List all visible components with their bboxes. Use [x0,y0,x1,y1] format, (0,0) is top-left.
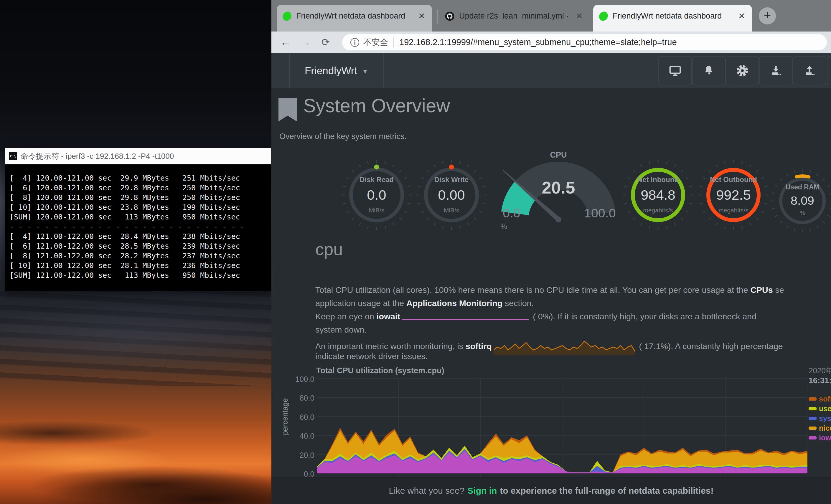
site-info-icon[interactable]: i [350,38,359,47]
alarms-button[interactable] [692,56,725,85]
tab-title: FriendlyWrt netdata dashboard [613,11,732,21]
gauge-label: Used RAM [767,183,831,191]
legend-swatch [809,426,816,430]
cpu-description-line: indicate network driver issues. [315,351,428,361]
gauge-unit: megabits/s [623,207,693,214]
text: Keep an eye on [315,312,377,321]
url-text[interactable]: 192.168.2.1:19999/#menu_system_submenu_c… [399,37,677,47]
legend-item[interactable]: softirq [809,394,831,404]
applications-monitoring-link[interactable]: Applications Monitoring [406,298,503,308]
cpu-description-line: Keep an eye on iowait ( 0%). If it is co… [315,312,756,322]
gauge-unit: % [500,222,507,231]
host-dropdown[interactable]: FriendlyWrt ▼ [289,53,384,88]
cpu-description-line: system down. [315,325,367,335]
terminal-line: [SUM] 120.00-121.00 sec 113 MBytes 950 M… [9,212,271,222]
gauge-label: CPU [498,150,619,160]
gauge-used-ram[interactable]: Used RAM 8.09 % [767,166,831,236]
gauge-value: 992.5 [698,187,769,203]
gauge-value: 20.5 [498,178,619,197]
legend-swatch [809,407,816,410]
tab-netdata-1[interactable]: FriendlyWrt netdata dashboard ✕ [277,5,432,31]
gauge-label: Net Inbound [623,176,693,184]
terminal-separator: - - - - - - - - - - - - - - - - - - - - … [9,222,271,232]
gauge-value: 0.00 [416,187,487,203]
legend-item[interactable]: iowait [809,433,831,443]
cpu-description-line: application usage at the Applications Mo… [315,298,534,308]
text: An important metric worth monitoring, is [315,342,466,351]
nodes-view-button[interactable] [658,56,692,85]
status-dot [374,165,379,170]
browser-window: FriendlyWrt netdata dashboard ✕ Update r… [271,0,831,504]
new-tab-button[interactable]: + [759,7,776,25]
gauge-label: Disk Read [341,176,412,184]
text: se [773,285,784,295]
signin-text: Like what you see? [389,486,465,496]
terminal-titlebar[interactable]: C:\ 命令提示符 - iperf3 -c 192.168.1.2 -P4 -t… [5,148,271,165]
legend-label: iowait [819,434,831,442]
text: ( 17.1%). A constantly high percentage [637,342,783,351]
forward-button[interactable]: → [298,34,313,50]
text: application usage at the [315,298,406,308]
settings-button[interactable] [725,56,759,85]
gauge-net-inbound[interactable]: Net Inbound 984.8 megabits/s [623,160,693,230]
terminal-line: [ 8] 121.00-122.00 sec 28.2 MBytes 237 M… [9,251,271,261]
gauge-value: 8.09 [767,194,831,208]
y-tick: 40.0 [289,432,314,441]
terminal-line: [ 6] 120.00-121.00 sec 29.8 MBytes 250 M… [9,183,271,192]
page-title: System Overview [303,95,450,117]
gauge-disk-read[interactable]: Disk Read 0.0 MiB/s [341,160,412,230]
gauge-unit: MiB/s [341,207,412,214]
legend-label: nice [819,424,831,433]
terminal-line: [SUM] 121.00-122.00 sec 113 MBytes 950 M… [9,270,271,280]
y-tick: 80.0 [289,393,314,403]
url-bar[interactable]: i 不安全 192.168.2.1:19999/#menu_system_sub… [342,34,827,50]
chart-timestamp-time: 16:31:2 [809,376,831,385]
tab-title: Update r2s_lean_minimal.yml · k [459,11,570,21]
legend-swatch [809,436,816,440]
reload-button[interactable]: ⟳ [318,34,333,50]
gauge-label: Disk Write [416,176,487,184]
tab-close-icon[interactable]: ✕ [574,11,584,21]
gauge-unit: MiB/s [416,207,487,214]
gauge-net-outbound[interactable]: Net Outbound 992.5 megabits/s [698,160,769,230]
clipped-nav-cell[interactable] [827,56,831,85]
gauge-cpu[interactable]: CPU 20.5 0.0 % 100.0 [498,149,619,234]
gauge-value: 0.0 [341,187,412,203]
signin-link[interactable]: Sign in [467,486,497,496]
legend-label: user [819,405,831,413]
github-favicon [445,11,454,21]
export-snapshot-button[interactable] [793,56,826,85]
legend-item[interactable]: system [809,414,831,423]
y-tick: 100.0 [289,375,314,384]
tab-close-icon[interactable]: ✕ [737,11,747,21]
status-dot [449,165,454,170]
terminal-line: [ 4] 121.00-122.00 sec 28.4 MBytes 238 M… [9,232,271,241]
terminal-output: [ 4] 120.00-121.00 sec 29.9 MBytes 251 M… [5,165,271,291]
cpu-utilization-chart[interactable] [317,374,807,477]
legend-item[interactable]: user [809,404,831,414]
cpus-link[interactable]: CPUs [750,285,773,295]
text: Total CPU utilization (all cores). 100% … [315,285,750,295]
legend-item[interactable]: nice [809,423,831,433]
import-snapshot-button[interactable] [759,56,793,85]
back-button[interactable]: ← [278,34,293,50]
legend-label: system [819,414,831,423]
netdata-favicon [598,11,609,22]
gauge-disk-write[interactable]: Disk Write 0.00 MiB/s [416,160,487,230]
tab-close-icon[interactable]: ✕ [417,11,427,21]
terminal-line: [ 10] 120.00-121.00 sec 23.8 MBytes 199 … [9,202,271,212]
legend-label: softirq [819,395,831,403]
iowait-sparkline [402,312,529,322]
y-tick: 60.0 [289,413,314,422]
legend-swatch [809,397,816,401]
security-label: 不安全 [363,37,388,48]
tab-netdata-2-active[interactable]: FriendlyWrt netdata dashboard ✕ [593,5,752,31]
gauge-max: 100.0 [584,206,616,220]
netdata-navbar: FriendlyWrt ▼ [271,53,831,88]
tab-github[interactable]: Update r2s_lean_minimal.yml · k ✕ [439,5,590,31]
y-axis-label: percentage [281,393,289,440]
download-icon [769,64,782,77]
upload-icon [803,64,816,77]
signin-bar: Like what you see? Sign in to experience… [271,477,831,504]
terminal-line: [ 4] 120.00-121.00 sec 29.9 MBytes 251 M… [9,173,271,183]
